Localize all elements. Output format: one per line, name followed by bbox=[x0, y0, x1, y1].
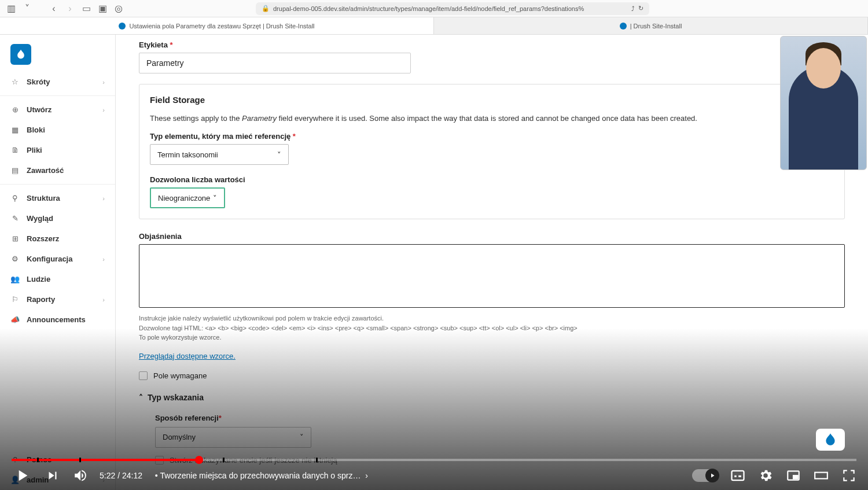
main-content: Etykieta * Parametry Field Storage These… bbox=[116, 35, 868, 490]
sidebar-item-label: Raporty bbox=[27, 295, 95, 304]
sidebar-item-label: Announcements bbox=[27, 315, 105, 324]
grid-icon: ▦ bbox=[10, 126, 20, 134]
sidebar-item-label: Bloki bbox=[27, 126, 105, 134]
url-text: drupal-demo-005.ddev.site/admin/structur… bbox=[273, 5, 584, 12]
chevron-right-icon: › bbox=[102, 195, 105, 202]
volume-button[interactable] bbox=[72, 467, 89, 484]
etykieta-input[interactable]: Parametry bbox=[139, 53, 411, 73]
star-icon: ☆ bbox=[10, 78, 20, 86]
section-title: Field Storage bbox=[150, 95, 834, 105]
flag-icon: ⚐ bbox=[10, 295, 20, 304]
next-button[interactable] bbox=[44, 467, 61, 484]
sidebar-item-label: Utwórz bbox=[27, 105, 95, 114]
subtitles-button[interactable] bbox=[729, 467, 746, 484]
label-ref-method: Sposób referencji* bbox=[155, 414, 845, 422]
chapter-tick bbox=[79, 458, 81, 462]
chevron-right-icon: › bbox=[102, 477, 105, 484]
label-allowed-values: Dozwolona liczba wartości bbox=[150, 175, 834, 184]
required-checkbox[interactable] bbox=[139, 371, 148, 380]
sidebar-item-announcements[interactable]: 📣Announcements bbox=[0, 310, 115, 330]
chevron-down-icon: ˅ bbox=[277, 150, 281, 159]
fullscreen-button[interactable] bbox=[840, 467, 858, 484]
sidebar-item-label: Zawartość bbox=[27, 166, 105, 175]
explanation-textarea[interactable] bbox=[139, 244, 845, 308]
video-progress-bar[interactable] bbox=[12, 459, 856, 461]
chapter-tick bbox=[223, 458, 225, 462]
sidebar-item-skróty[interactable]: ☆Skróty› bbox=[0, 72, 115, 92]
sidebar-item-konfiguracja[interactable]: ⚙Konfiguracja› bbox=[0, 249, 115, 269]
sidebar-item-raporty[interactable]: ⚐Raporty› bbox=[0, 289, 115, 310]
sidebar-item-label: Ludzie bbox=[27, 275, 105, 283]
allowed-values-select[interactable]: Nieograniczone ˅ bbox=[150, 187, 225, 208]
shield-icon[interactable]: ◎ bbox=[113, 3, 124, 14]
miniplayer-button[interactable] bbox=[785, 467, 802, 484]
share-icon[interactable]: ⤴ bbox=[631, 5, 635, 12]
svg-rect-3 bbox=[815, 473, 827, 479]
svg-rect-2 bbox=[793, 476, 798, 478]
chevron-down-icon: ˅ bbox=[213, 194, 217, 202]
sidebar-item-label: Pliki bbox=[27, 146, 105, 154]
puzzle-icon: ⊞ bbox=[10, 234, 20, 243]
chevron-right-icon: › bbox=[102, 79, 105, 86]
label-etykieta: Etykieta * bbox=[139, 40, 845, 49]
reader2-icon[interactable]: ▣ bbox=[97, 3, 108, 14]
favicon-icon bbox=[620, 23, 627, 30]
reference-method-select[interactable]: Domyślny ˅ bbox=[155, 427, 311, 448]
presenter-webcam bbox=[780, 36, 867, 170]
chapter-tick bbox=[37, 458, 39, 462]
play-button[interactable] bbox=[10, 467, 34, 484]
reload-icon[interactable]: ↻ bbox=[638, 5, 643, 12]
file-icon: 🗎 bbox=[10, 146, 20, 154]
required-field-row: Pole wymagane bbox=[139, 371, 845, 380]
lock-icon: 🔒 bbox=[262, 5, 270, 12]
sidebar-item-struktura[interactable]: ⚲Struktura› bbox=[0, 188, 115, 208]
browser-tab[interactable]: Ustawienia pola Parametry dla zestawu Sp… bbox=[0, 17, 434, 34]
reference-type-select[interactable]: Termin taksonomii ˅ bbox=[150, 144, 289, 165]
reader-icon[interactable]: ▭ bbox=[81, 3, 91, 14]
sidebar-item-ludzie[interactable]: 👥Ludzie bbox=[0, 269, 115, 289]
drupal-logo-icon[interactable] bbox=[10, 44, 31, 65]
storage-description: These settings apply to the Parametry fi… bbox=[150, 114, 834, 123]
help-text: Instrukcje jakie należy wyświetlić użytk… bbox=[139, 314, 845, 342]
sidebar-toggle-icon[interactable]: ▥ bbox=[6, 3, 16, 14]
chevron-down-icon[interactable]: ˅ bbox=[22, 3, 32, 14]
forward-icon[interactable]: › bbox=[65, 3, 75, 14]
sidebar-item-utwórz[interactable]: ⊕Utwórz› bbox=[0, 100, 115, 120]
sidebar-item-pliki[interactable]: 🗎Pliki bbox=[0, 140, 115, 160]
sidebar-item-label: Struktura bbox=[27, 194, 95, 202]
sidebar-item-label: Wygląd bbox=[27, 214, 105, 223]
tabs-bar: Ustawienia pola Parametry dla zestawu Sp… bbox=[0, 17, 868, 35]
label-objasnienia: Objaśnienia bbox=[139, 232, 845, 241]
plus-circle-icon: ⊕ bbox=[10, 105, 20, 114]
chevron-right-icon: › bbox=[102, 296, 105, 303]
users-icon: 👥 bbox=[10, 275, 20, 283]
chevron-right-icon: › bbox=[102, 256, 105, 263]
browse-patterns-link[interactable]: Przeglądaj dostępne wzorce. bbox=[139, 352, 236, 360]
megaphone-icon: 📣 bbox=[10, 315, 20, 324]
svg-rect-0 bbox=[732, 471, 744, 480]
field-storage-section: Field Storage These settings apply to th… bbox=[139, 84, 845, 219]
settings-button[interactable] bbox=[757, 467, 774, 484]
browser-tab[interactable]: | Drush Site-Install bbox=[434, 17, 868, 34]
admin-sidebar: ☆Skróty›⊕Utwórz›▦Bloki🗎Pliki▤Zawartość⚲S… bbox=[0, 35, 116, 490]
autoplay-toggle[interactable] bbox=[692, 469, 719, 482]
browser-chrome: ▥ ˅ ‹ › ▭ ▣ ◎ 🔒 drupal-demo-005.ddev.sit… bbox=[0, 0, 868, 17]
theater-button[interactable] bbox=[812, 467, 830, 484]
brush-icon: ✎ bbox=[10, 214, 20, 223]
chevron-up-icon: ˄ bbox=[139, 393, 143, 402]
sidebar-item-rozszerz[interactable]: ⊞Rozszerz bbox=[0, 229, 115, 249]
sidebar-item-bloki[interactable]: ▦Bloki bbox=[0, 120, 115, 140]
sidebar-item-zawartość[interactable]: ▤Zawartość bbox=[0, 160, 115, 180]
back-icon[interactable]: ‹ bbox=[49, 3, 59, 14]
sidebar-item-label: Konfiguracja bbox=[27, 255, 95, 263]
sliders-icon: ⚲ bbox=[10, 194, 20, 202]
sidebar-item-label: Skróty bbox=[27, 78, 95, 86]
chevron-down-icon: ˅ bbox=[300, 433, 304, 441]
settings-icon: ⚙ bbox=[10, 255, 20, 263]
url-bar[interactable]: 🔒 drupal-demo-005.ddev.site/admin/struct… bbox=[256, 2, 649, 15]
label-ref-type: Typ elementu, który ma mieć referencję * bbox=[150, 132, 834, 141]
chevron-right-icon: › bbox=[102, 106, 105, 113]
sidebar-item-wygląd[interactable]: ✎Wygląd bbox=[0, 208, 115, 229]
favicon-icon bbox=[119, 23, 126, 30]
reference-section-toggle[interactable]: ˄ Typ wskazania bbox=[139, 393, 845, 402]
